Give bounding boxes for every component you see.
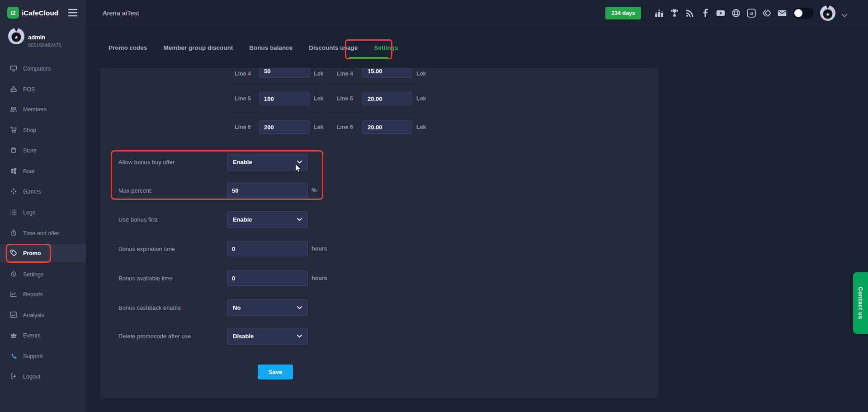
currency-suffix: Lek: [416, 95, 426, 102]
sidebar-item-analysis[interactable]: Analysis: [0, 306, 86, 324]
sidebar-item-store[interactable]: Store: [0, 142, 86, 160]
bonus-cashback-enable-select[interactable]: No: [227, 299, 308, 316]
row-divider: [232, 86, 322, 86]
sidebar-item-logs[interactable]: Logs: [0, 204, 86, 222]
icafecloud-logo-icon: i2: [7, 7, 19, 19]
save-button[interactable]: Save: [258, 365, 293, 379]
row-divider: [232, 115, 322, 115]
sidebar-item-reports[interactable]: Reports: [0, 285, 86, 303]
delete-promocode-after-use-select[interactable]: Disable: [227, 328, 308, 345]
facebook-icon[interactable]: [701, 9, 710, 18]
contact-us-tab[interactable]: Contact us: [853, 272, 868, 334]
globe-icon[interactable]: [731, 9, 741, 18]
ranking-icon[interactable]: [655, 9, 664, 18]
select-value: Disable: [233, 333, 254, 340]
sidebar-item-label: Promo: [23, 250, 41, 256]
sidebar-item-label: Logout: [23, 374, 40, 380]
line4-price-input[interactable]: [363, 68, 412, 78]
sidebar-item-support[interactable]: Support: [0, 347, 86, 365]
tab-member-group-discount[interactable]: Member group discount: [164, 44, 233, 51]
sidebar-item-logout[interactable]: Logout: [0, 368, 86, 386]
sidebar-item-games[interactable]: Games: [0, 183, 86, 201]
gear-icon: [10, 270, 17, 279]
currency-suffix: Lek: [314, 95, 324, 102]
currency-suffix: Lek: [314, 71, 324, 77]
mail-icon[interactable]: [778, 9, 787, 18]
contact-us-label: Contact us: [857, 287, 864, 319]
use-bonus-first-select[interactable]: Enable: [227, 211, 308, 228]
sidebar-item-label: Analysis: [23, 312, 44, 318]
line5-amount-input[interactable]: [259, 92, 310, 105]
user-avatar[interactable]: [820, 5, 835, 21]
phone-icon: [10, 352, 17, 361]
tab-bonus-balance[interactable]: Bonus balance: [249, 44, 292, 51]
sidebar-item-label: Events: [23, 332, 40, 339]
tab-settings[interactable]: Settings: [374, 44, 398, 51]
sidebar: admin 005193482475 Computers POS Members…: [0, 26, 86, 412]
max-percent-input[interactable]: [227, 183, 308, 198]
line-label: Line 4: [328, 71, 353, 77]
sidebar-item-label: POS: [23, 86, 35, 93]
trophy-icon[interactable]: [670, 9, 679, 18]
select-value: Enable: [233, 216, 252, 223]
sidebar-user-avatar[interactable]: [8, 28, 24, 44]
sidebar-item-time-and-offer[interactable]: Time and offer: [0, 224, 86, 242]
monitor-icon: [10, 65, 17, 73]
row-divider: [330, 86, 421, 86]
sidebar-item-members[interactable]: Members: [0, 100, 86, 118]
currency-suffix: Lek: [416, 71, 426, 77]
sidebar-item-label: Time and offer: [23, 230, 59, 237]
sidebar-item-shop[interactable]: Shop: [0, 121, 86, 139]
icafe-logo-icon[interactable]: i2: [747, 9, 756, 18]
bag-icon: [10, 147, 17, 155]
line4-amount-input[interactable]: [259, 68, 310, 78]
toggle-knob: [794, 9, 802, 17]
sidebar-item-label: Support: [23, 353, 43, 360]
sidebar-item-label: Store: [23, 147, 37, 154]
use-bonus-first-label: Use bonus first: [118, 216, 158, 223]
sidebar-item-label: Reports: [23, 291, 43, 298]
line-label: Line 6: [328, 124, 353, 130]
tab-promo-codes[interactable]: Promo codes: [108, 44, 147, 51]
bonus-expiration-time-input[interactable]: [227, 241, 308, 256]
sidebar-item-label: Members: [23, 106, 47, 113]
line6-price-input[interactable]: [363, 120, 412, 134]
chevron-down-icon[interactable]: [842, 11, 847, 15]
bonus-cashback-enable-label: Bonus cashback enable: [118, 304, 181, 311]
hours-suffix: hours: [311, 275, 327, 281]
youtube-icon[interactable]: [716, 9, 725, 18]
sidebar-item-settings[interactable]: Settings: [0, 265, 86, 284]
allow-bonus-buy-offer-select[interactable]: Enable: [227, 154, 308, 170]
sidebar-item-pos[interactable]: POS: [0, 81, 86, 99]
subscription-days-badge[interactable]: 234 days: [605, 7, 641, 19]
sidebar-item-boot[interactable]: Boot: [0, 162, 86, 180]
chevrons-icon[interactable]: [762, 9, 771, 18]
sidebar-item-computers[interactable]: Computers: [0, 60, 86, 78]
select-value: No: [233, 304, 241, 311]
promo-tabs: Promo codes Member group discount Bonus …: [108, 44, 398, 51]
line5-price-input[interactable]: [363, 92, 412, 105]
settings-panel: Line 4 Lek Line 5 Lek Line 6 Lek Line 4 …: [100, 68, 659, 398]
line6-amount-input[interactable]: [259, 120, 310, 134]
tag-icon: [10, 249, 17, 258]
sidebar-item-events[interactable]: Events: [0, 327, 86, 345]
sidebar-item-label: Logs: [23, 209, 35, 216]
hours-suffix: hours: [311, 246, 327, 252]
theme-toggle[interactable]: [793, 8, 814, 19]
user-name: admin: [28, 34, 45, 41]
line-label: Line 5: [328, 95, 353, 102]
header-actions: 234 days i2: [605, 0, 847, 26]
area-chart-icon: [10, 311, 17, 320]
top-header: i2 iCafeCloud Arena aiTest 234 days: [0, 0, 868, 26]
sidebar-item-label: Shop: [23, 127, 36, 133]
hamburger-menu-icon[interactable]: [68, 9, 77, 17]
bonus-available-time-input[interactable]: [227, 270, 308, 286]
percent-suffix: %: [311, 187, 316, 194]
sidebar-item-promo[interactable]: Promo: [0, 244, 86, 262]
bonus-expiration-time-label: Bonus expiration time: [118, 246, 175, 252]
user-id: 005193482475: [28, 43, 61, 48]
tab-discounts-usage[interactable]: Discounts usage: [309, 44, 358, 51]
max-percent-label: Max percent:: [118, 187, 152, 194]
windows-icon: [10, 167, 17, 176]
rss-icon[interactable]: [685, 9, 694, 18]
